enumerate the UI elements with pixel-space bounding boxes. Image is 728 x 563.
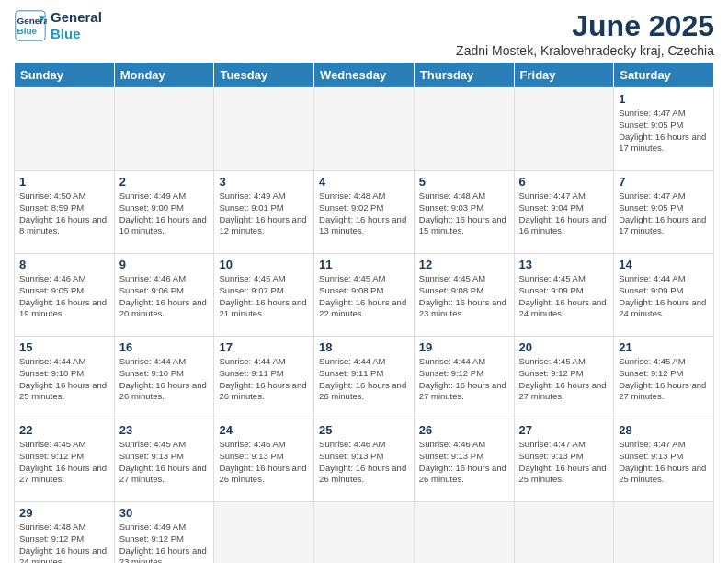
- cell-sun-info: Sunrise: 4:47 AMSunset: 9:05 PMDaylight:…: [619, 108, 709, 155]
- logo-text: General Blue: [51, 9, 102, 42]
- cell-sun-info: Sunrise: 4:47 AMSunset: 9:13 PMDaylight:…: [619, 439, 709, 486]
- cell-sun-info: Sunrise: 4:45 AMSunset: 9:07 PMDaylight:…: [219, 273, 309, 320]
- cell-sun-info: Sunrise: 4:47 AMSunset: 9:04 PMDaylight:…: [519, 190, 609, 237]
- cal-cell-empty: [214, 502, 314, 564]
- day-header-friday: Friday: [514, 63, 614, 88]
- cal-cell-16: 16Sunrise: 4:44 AMSunset: 9:10 PMDayligh…: [114, 337, 214, 419]
- cell-sun-info: Sunrise: 4:46 AMSunset: 9:06 PMDaylight:…: [119, 273, 210, 320]
- cal-cell-4: 4Sunrise: 4:48 AMSunset: 9:02 PMDaylight…: [314, 171, 415, 254]
- week-row-5: 22Sunrise: 4:45 AMSunset: 9:12 PMDayligh…: [15, 419, 714, 502]
- cal-cell-24: 24Sunrise: 4:46 AMSunset: 9:13 PMDayligh…: [214, 419, 314, 502]
- cell-sun-info: Sunrise: 4:45 AMSunset: 9:12 PMDaylight:…: [619, 356, 709, 403]
- cal-cell-15: 15Sunrise: 4:44 AMSunset: 9:10 PMDayligh…: [15, 337, 115, 419]
- day-number: 4: [319, 175, 409, 189]
- day-number: 28: [619, 423, 709, 437]
- week-row-2: 1Sunrise: 4:50 AMSunset: 8:59 PMDaylight…: [15, 171, 714, 254]
- cal-cell-28: 28Sunrise: 4:47 AMSunset: 9:13 PMDayligh…: [614, 419, 714, 502]
- day-number: 8: [19, 258, 109, 271]
- day-number: 29: [19, 506, 109, 520]
- cal-cell-empty: [314, 502, 415, 564]
- cal-cell-3: 3Sunrise: 4:49 AMSunset: 9:01 PMDaylight…: [214, 171, 314, 254]
- cell-sun-info: Sunrise: 4:45 AMSunset: 9:09 PMDaylight:…: [519, 273, 609, 320]
- day-number: 18: [319, 340, 409, 354]
- logo: General Blue General Blue: [14, 9, 102, 42]
- day-number: 30: [119, 506, 210, 520]
- cal-cell-21: 21Sunrise: 4:45 AMSunset: 9:12 PMDayligh…: [614, 337, 714, 419]
- day-header-saturday: Saturday: [614, 63, 714, 88]
- cal-cell-6: 6Sunrise: 4:47 AMSunset: 9:04 PMDaylight…: [514, 171, 614, 254]
- cal-cell-8: 8Sunrise: 4:46 AMSunset: 9:05 PMDaylight…: [15, 254, 115, 337]
- cal-cell-5: 5Sunrise: 4:48 AMSunset: 9:03 PMDaylight…: [414, 171, 514, 254]
- cell-sun-info: Sunrise: 4:45 AMSunset: 9:12 PMDaylight:…: [519, 356, 609, 403]
- week-row-1: 1Sunrise: 4:47 AMSunset: 9:05 PMDaylight…: [15, 88, 714, 171]
- subtitle: Zadni Mostek, Kralovehradecky kraj, Czec…: [456, 43, 714, 58]
- day-number: 17: [219, 340, 309, 354]
- day-number: 20: [519, 340, 609, 354]
- day-number: 14: [619, 258, 709, 271]
- day-number: 22: [19, 423, 109, 437]
- day-number: 12: [419, 258, 509, 271]
- day-number: 11: [319, 258, 409, 271]
- day-number: 7: [619, 175, 709, 189]
- cal-cell-empty: [114, 88, 214, 171]
- cell-sun-info: Sunrise: 4:45 AMSunset: 9:08 PMDaylight:…: [319, 273, 409, 320]
- cal-cell-empty: [414, 88, 514, 171]
- cal-cell-26: 26Sunrise: 4:46 AMSunset: 9:13 PMDayligh…: [414, 419, 514, 502]
- cal-cell-12: 12Sunrise: 4:45 AMSunset: 9:08 PMDayligh…: [414, 254, 514, 337]
- cal-cell-18: 18Sunrise: 4:44 AMSunset: 9:11 PMDayligh…: [314, 337, 415, 419]
- day-number: 5: [419, 175, 509, 189]
- day-number: 1: [619, 92, 709, 106]
- cell-sun-info: Sunrise: 4:44 AMSunset: 9:09 PMDaylight:…: [619, 273, 709, 320]
- cal-cell-empty: [414, 502, 514, 564]
- day-number: 15: [19, 340, 109, 354]
- cal-cell-22: 22Sunrise: 4:45 AMSunset: 9:12 PMDayligh…: [15, 419, 115, 502]
- cal-cell-23: 23Sunrise: 4:45 AMSunset: 9:13 PMDayligh…: [114, 419, 214, 502]
- day-number: 26: [419, 423, 509, 437]
- day-number: 3: [219, 175, 309, 189]
- cal-cell-25: 25Sunrise: 4:46 AMSunset: 9:13 PMDayligh…: [314, 419, 415, 502]
- cal-cell-19: 19Sunrise: 4:44 AMSunset: 9:12 PMDayligh…: [414, 337, 514, 419]
- day-header-tuesday: Tuesday: [214, 63, 314, 88]
- cell-sun-info: Sunrise: 4:44 AMSunset: 9:12 PMDaylight:…: [419, 356, 509, 403]
- cal-cell-empty: [514, 502, 614, 564]
- cell-sun-info: Sunrise: 4:47 AMSunset: 9:13 PMDaylight:…: [519, 439, 609, 486]
- cal-cell-29: 29Sunrise: 4:48 AMSunset: 9:12 PMDayligh…: [15, 502, 115, 564]
- cal-cell-2: 2Sunrise: 4:49 AMSunset: 9:00 PMDaylight…: [114, 171, 214, 254]
- cell-sun-info: Sunrise: 4:46 AMSunset: 9:13 PMDaylight:…: [419, 439, 509, 486]
- cal-cell-empty: [314, 88, 415, 171]
- cell-sun-info: Sunrise: 4:44 AMSunset: 9:10 PMDaylight:…: [19, 356, 109, 403]
- cal-cell-9: 9Sunrise: 4:46 AMSunset: 9:06 PMDaylight…: [114, 254, 214, 337]
- cal-cell-1: 1Sunrise: 4:50 AMSunset: 8:59 PMDaylight…: [15, 171, 115, 254]
- cell-sun-info: Sunrise: 4:44 AMSunset: 9:11 PMDaylight:…: [319, 356, 409, 403]
- cal-cell-empty: [514, 88, 614, 171]
- cell-sun-info: Sunrise: 4:45 AMSunset: 9:08 PMDaylight:…: [419, 273, 509, 320]
- cell-sun-info: Sunrise: 4:45 AMSunset: 9:13 PMDaylight:…: [119, 439, 210, 486]
- cell-sun-info: Sunrise: 4:48 AMSunset: 9:03 PMDaylight:…: [419, 190, 509, 237]
- day-number: 1: [19, 175, 109, 189]
- logo-icon: General Blue: [14, 9, 47, 42]
- cal-cell-13: 13Sunrise: 4:45 AMSunset: 9:09 PMDayligh…: [514, 254, 614, 337]
- calendar-table: SundayMondayTuesdayWednesdayThursdayFrid…: [14, 62, 714, 563]
- cell-sun-info: Sunrise: 4:48 AMSunset: 9:12 PMDaylight:…: [19, 522, 109, 563]
- day-number: 6: [519, 175, 609, 189]
- day-number: 21: [619, 340, 709, 354]
- day-number: 16: [119, 340, 210, 354]
- cell-sun-info: Sunrise: 4:44 AMSunset: 9:10 PMDaylight:…: [119, 356, 210, 403]
- cell-sun-info: Sunrise: 4:46 AMSunset: 9:13 PMDaylight:…: [219, 439, 309, 486]
- day-header-row: SundayMondayTuesdayWednesdayThursdayFrid…: [15, 63, 714, 88]
- svg-text:Blue: Blue: [17, 26, 38, 36]
- cal-cell-17: 17Sunrise: 4:44 AMSunset: 9:11 PMDayligh…: [214, 337, 314, 419]
- main-title: June 2025: [456, 9, 714, 43]
- cell-sun-info: Sunrise: 4:47 AMSunset: 9:05 PMDaylight:…: [619, 190, 709, 237]
- week-row-4: 15Sunrise: 4:44 AMSunset: 9:10 PMDayligh…: [15, 337, 714, 419]
- day-header-monday: Monday: [114, 63, 214, 88]
- day-header-sunday: Sunday: [15, 63, 115, 88]
- cal-cell-20: 20Sunrise: 4:45 AMSunset: 9:12 PMDayligh…: [514, 337, 614, 419]
- cal-cell-7: 7Sunrise: 4:47 AMSunset: 9:05 PMDaylight…: [614, 171, 714, 254]
- day-number: 9: [119, 258, 210, 271]
- cal-cell-14: 14Sunrise: 4:44 AMSunset: 9:09 PMDayligh…: [614, 254, 714, 337]
- cell-sun-info: Sunrise: 4:46 AMSunset: 9:05 PMDaylight:…: [19, 273, 109, 320]
- cell-sun-info: Sunrise: 4:50 AMSunset: 8:59 PMDaylight:…: [19, 190, 109, 237]
- day-number: 27: [519, 423, 609, 437]
- day-number: 19: [419, 340, 509, 354]
